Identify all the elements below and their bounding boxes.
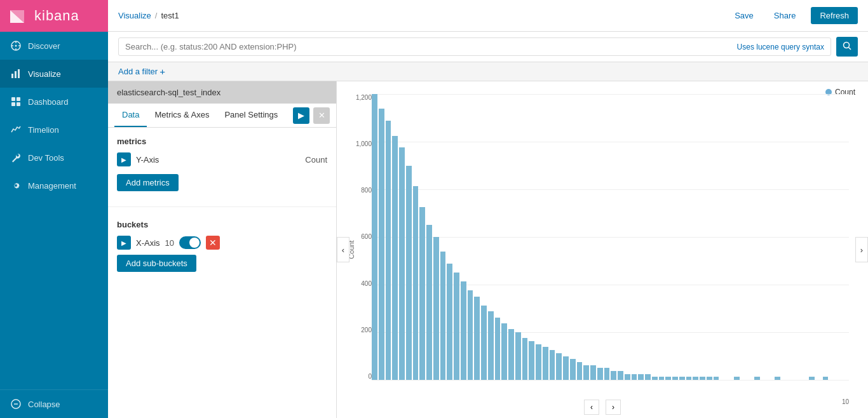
add-sub-buckets-button[interactable]: Add sub-buckets	[117, 255, 196, 272]
sidebar-item-devtools[interactable]: Dev Tools	[0, 144, 108, 172]
bar-42	[659, 377, 665, 380]
bar-13	[461, 281, 466, 380]
bar-64	[809, 377, 815, 380]
tab-metrics-axes[interactable]: Metrics & Axes	[147, 104, 217, 127]
y-axis-metric: ▶ Y-Axis Count	[117, 152, 327, 166]
svg-rect-14	[11, 102, 15, 106]
bar-24	[536, 344, 541, 380]
search-syntax-label: Uses lucene query syntax	[737, 43, 824, 51]
run-button[interactable]: ▶	[293, 107, 309, 124]
logo[interactable]: kibana	[0, 0, 108, 32]
save-button[interactable]: Save	[729, 8, 759, 23]
bar-25	[543, 347, 548, 380]
sidebar-item-dashboard[interactable]: Dashboard	[0, 88, 108, 116]
bar-7	[419, 207, 425, 380]
x-axis-expand-button[interactable]: ▶	[117, 236, 131, 250]
sidebar-item-management-label: Management	[28, 181, 76, 191]
chart-bottom-right-button[interactable]: ›	[606, 400, 621, 415]
svg-rect-9	[11, 74, 13, 78]
bar-10	[440, 252, 446, 380]
chart-nav-left[interactable]: ‹	[337, 237, 349, 262]
bar-41	[652, 377, 658, 380]
svg-point-18	[844, 43, 850, 48]
x-axis-toggle[interactable]	[179, 236, 201, 249]
bar-3	[392, 136, 398, 380]
bar-17	[488, 311, 494, 380]
add-filter-button[interactable]: Add a filter +	[118, 66, 165, 77]
tab-data-label: Data	[122, 110, 139, 119]
topbar-actions: Save Share Refresh	[729, 7, 858, 24]
bar-43	[665, 377, 671, 380]
topbar: Visualize / test1 Save Share Refresh	[108, 0, 868, 32]
add-metrics-button[interactable]: Add metrics	[117, 174, 179, 191]
sidebar-item-timelion[interactable]: Timelion	[0, 116, 108, 144]
left-panel: elasticsearch-sql_test_index Data Metric…	[108, 81, 337, 418]
tab-data[interactable]: Data	[114, 104, 147, 127]
bar-29	[570, 359, 576, 380]
x-tick-10: 10	[842, 398, 849, 405]
tab-metrics-axes-label: Metrics & Axes	[154, 110, 209, 119]
bar-20	[508, 329, 514, 380]
bar-46	[686, 377, 692, 380]
search-icon	[843, 41, 851, 50]
svg-rect-11	[18, 69, 20, 78]
bar-38	[632, 374, 637, 380]
sidebar-nav: Discover Visualize Dashboard Timelion De…	[0, 32, 108, 389]
sidebar: kibana Discover Visualize Dashboard Time…	[0, 0, 108, 418]
bar-34	[604, 368, 610, 380]
timelion-icon	[10, 124, 22, 135]
kibana-logo-text: kibana	[34, 8, 79, 24]
bar-6	[413, 186, 419, 380]
bar-56	[754, 377, 760, 380]
content-area: elasticsearch-sql_test_index Data Metric…	[108, 81, 868, 418]
close-panel-button[interactable]: ✕	[313, 107, 330, 124]
bar-4	[399, 147, 405, 380]
sidebar-item-timelion-label: Timelion	[28, 125, 59, 135]
chart-area: ‹ › Count Count 1,200 1,000 800 600 400 …	[337, 81, 868, 418]
collapse-button[interactable]: Collapse	[0, 389, 108, 418]
sidebar-item-discover[interactable]: Discover	[0, 32, 108, 60]
bar-16	[481, 306, 487, 380]
sidebar-item-management[interactable]: Management	[0, 172, 108, 199]
sidebar-item-devtools-label: Dev Tools	[28, 153, 64, 163]
chart-nav-right[interactable]: ›	[855, 237, 868, 262]
bar-19	[501, 323, 507, 380]
panel-tabs: Data Metrics & Axes Panel Settings ▶ ✕	[108, 104, 336, 128]
refresh-button[interactable]: Refresh	[811, 7, 858, 24]
breadcrumb: Visualize / test1	[118, 11, 179, 20]
bar-27	[556, 353, 562, 380]
chart-bottom-nav: ‹ ›	[584, 400, 621, 415]
bar-18	[495, 318, 501, 380]
bar-59	[775, 377, 780, 380]
y-axis-expand-button[interactable]: ▶	[117, 152, 131, 166]
bar-37	[625, 374, 630, 380]
wrench-icon	[10, 152, 22, 163]
bar-33	[597, 368, 603, 380]
tab-actions: ▶ ✕	[293, 107, 330, 124]
buckets-section-title: buckets	[117, 220, 327, 229]
breadcrumb-visualize-link[interactable]: Visualize	[118, 11, 151, 20]
tab-panel-settings[interactable]: Panel Settings	[217, 104, 285, 127]
svg-line-19	[849, 48, 851, 50]
search-button[interactable]	[836, 37, 858, 57]
dashboard-icon	[10, 96, 22, 107]
chart-container	[337, 81, 868, 418]
bar-35	[611, 371, 616, 380]
y-axis-label: Y-Axis	[136, 155, 159, 165]
bar-31	[583, 365, 589, 380]
sidebar-item-visualize-label: Visualize	[28, 69, 61, 79]
share-button[interactable]: Share	[769, 8, 801, 23]
buckets-section: buckets ▶ X-Axis 10 ✕ Add sub-buckets	[108, 211, 336, 281]
bar-1	[379, 109, 384, 380]
gear-icon	[10, 180, 22, 191]
chart-bottom-left-button[interactable]: ‹	[584, 400, 599, 415]
sidebar-item-visualize[interactable]: Visualize	[0, 60, 108, 88]
bar-53	[734, 377, 740, 380]
x-axis-value: 10	[165, 238, 174, 248]
bar-44	[672, 377, 678, 380]
search-bar: Uses lucene query syntax	[108, 32, 868, 62]
bar-26	[550, 350, 555, 380]
remove-x-axis-button[interactable]: ✕	[206, 236, 220, 250]
breadcrumb-separator: /	[155, 11, 158, 20]
search-input[interactable]	[125, 42, 732, 51]
